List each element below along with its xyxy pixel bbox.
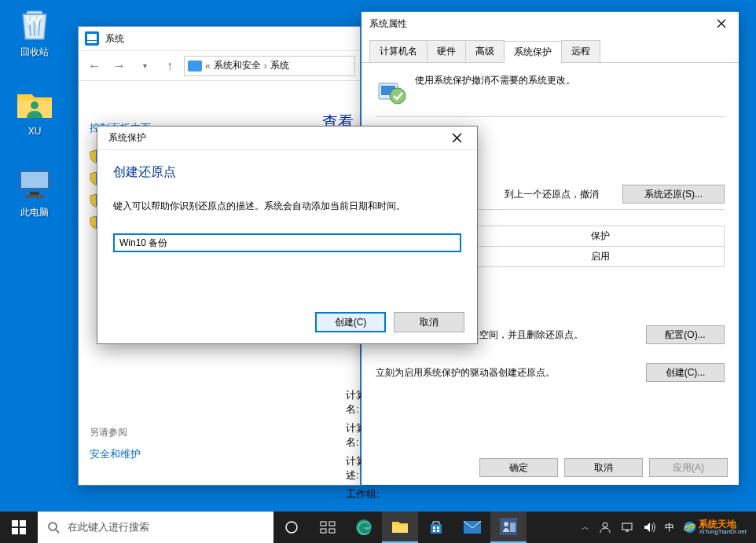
dialog-close-button[interactable] [441, 127, 472, 149]
svg-rect-23 [433, 530, 435, 532]
dialog-text: 键入可以帮助你识别还原点的描述。系统会自动添加当前日期和时间。 [113, 200, 461, 213]
svg-point-9 [390, 88, 406, 104]
props-close-button[interactable] [707, 15, 736, 32]
system-window-icon [85, 31, 99, 46]
explorer-icon[interactable] [382, 512, 418, 543]
system-restore-button[interactable]: 系统还原(S)... [622, 185, 725, 204]
svg-point-0 [31, 101, 39, 109]
tab-computer-name[interactable]: 计算机名 [369, 40, 428, 62]
desktop-label-recycle: 回收站 [20, 46, 49, 57]
watermark-logo: 系统天地 XiTongTianDi.net [684, 513, 747, 541]
props-footer: 确定 取消 应用(A) [479, 458, 728, 477]
desktop-icon-recycle[interactable]: 回收站 [5, 5, 64, 59]
restore-point-name-input[interactable] [113, 233, 461, 252]
svg-rect-11 [20, 520, 26, 526]
see-also-link[interactable]: 安全和维护 [90, 447, 141, 461]
svg-rect-18 [321, 529, 326, 533]
nav-dropdown-icon[interactable]: ▾ [134, 55, 156, 77]
ime-indicator[interactable]: 中 [665, 521, 674, 534]
col-protection: 保护 [585, 226, 724, 247]
svg-rect-5 [87, 34, 97, 40]
tray-volume-icon[interactable] [643, 521, 655, 534]
ok-button[interactable]: 确定 [479, 458, 558, 477]
start-button[interactable] [0, 512, 38, 543]
taskbar-icons [273, 512, 527, 543]
tray-chevron-icon[interactable]: ︿ [582, 522, 589, 533]
apply-button[interactable]: 应用(A) [649, 458, 728, 477]
taskbar-app-icon[interactable] [490, 512, 527, 543]
see-also-label: 另请参阅 [90, 426, 141, 439]
svg-rect-2 [21, 172, 48, 188]
dialog-body: 创建还原点 键入可以帮助你识别还原点的描述。系统会自动添加当前日期和时间。 [97, 150, 477, 266]
tab-hardware[interactable]: 硬件 [427, 40, 466, 62]
svg-rect-13 [20, 528, 26, 534]
system-window-title: 系统 [105, 32, 124, 46]
tab-system-protection[interactable]: 系统保护 [504, 41, 562, 63]
logo-text-bottom: XiTongTianDi.net [699, 529, 747, 535]
nav-up-icon[interactable]: ↑ [159, 55, 181, 77]
taskbar-tray: ︿ 中 系统天地 XiTongTianDi.net [574, 513, 756, 541]
breadcrumb[interactable]: « 系统和安全 › 系统 [184, 56, 355, 76]
protection-cell: 启用 [585, 247, 724, 267]
dialog-cancel-button[interactable]: 取消 [394, 312, 464, 332]
nav-back-icon[interactable]: ← [83, 55, 105, 77]
desktop-label-xu: XU [28, 126, 42, 137]
breadcrumb-icon [188, 61, 202, 72]
windows-icon [12, 520, 26, 534]
system-titlebar[interactable]: 系统 [79, 27, 360, 51]
svg-rect-19 [329, 529, 335, 533]
svg-rect-12 [12, 528, 18, 534]
create-restore-point-button[interactable]: 创建(C)... [646, 363, 725, 382]
breadcrumb-part2[interactable]: 系统 [270, 59, 289, 72]
tab-advanced[interactable]: 高级 [465, 40, 505, 62]
mail-icon[interactable] [454, 512, 490, 543]
edge-icon[interactable] [346, 512, 382, 543]
props-titlebar[interactable]: 系统属性 [361, 12, 739, 35]
tray-network-icon[interactable] [621, 521, 633, 534]
pc-icon [16, 165, 53, 203]
svg-rect-30 [622, 523, 632, 530]
cortana-icon[interactable] [273, 512, 310, 543]
desktop-label-thispc: 此电脑 [20, 207, 49, 218]
desktop-icon-xu[interactable]: XU [5, 85, 64, 137]
breadcrumb-part1[interactable]: 系统和安全 [214, 59, 261, 72]
props-title: 系统属性 [369, 17, 407, 31]
store-icon[interactable] [418, 512, 454, 543]
bc-sep2: › [264, 61, 267, 72]
svg-point-27 [504, 522, 508, 526]
svg-rect-21 [433, 526, 435, 529]
svg-rect-3 [30, 192, 39, 195]
restore-icon [376, 74, 407, 105]
taskbar-search[interactable]: 在此键入进行搜索 [38, 512, 273, 543]
folder-user-icon [16, 85, 53, 123]
configure-button[interactable]: 配置(O)... [646, 325, 725, 344]
restore-text: 到上一个还原点，撤消 [505, 187, 615, 201]
bc-sep1: « [205, 61, 211, 72]
see-also-panel: 另请参阅 安全和维护 [90, 426, 141, 461]
dialog-footer: 创建(C) 取消 [315, 312, 464, 332]
task-view-icon[interactable] [310, 512, 346, 543]
svg-rect-10 [12, 520, 18, 526]
dialog-create-button[interactable]: 创建(C) [315, 312, 386, 332]
tab-remote[interactable]: 远程 [561, 40, 600, 62]
svg-point-15 [286, 522, 297, 533]
info-workgroup: 工作组: [346, 487, 387, 501]
search-placeholder: 在此键入进行搜索 [68, 520, 149, 534]
close-icon [452, 133, 462, 143]
svg-rect-24 [437, 530, 439, 532]
cancel-button[interactable]: 取消 [564, 458, 643, 477]
create-restore-point-dialog: 系统保护 创建还原点 键入可以帮助你识别还原点的描述。系统会自动添加当前日期和时… [97, 126, 478, 344]
dialog-titlebar[interactable]: 系统保护 [97, 127, 477, 150]
svg-rect-16 [321, 522, 326, 526]
props-header-text: 使用系统保护撤消不需要的系统更改。 [415, 74, 575, 87]
search-icon [47, 521, 60, 534]
svg-rect-28 [510, 523, 516, 532]
desktop-icon-thispc[interactable]: 此电脑 [5, 165, 64, 219]
dialog-title: 系统保护 [108, 131, 146, 145]
globe-icon [684, 514, 695, 541]
tray-people-icon[interactable] [599, 521, 611, 534]
svg-point-14 [49, 523, 57, 530]
svg-rect-17 [329, 522, 335, 526]
taskbar: 在此键入进行搜索 ︿ 中 系统天地 XiTongTianDi.net [0, 512, 756, 543]
nav-forward-icon[interactable]: → [108, 55, 130, 77]
